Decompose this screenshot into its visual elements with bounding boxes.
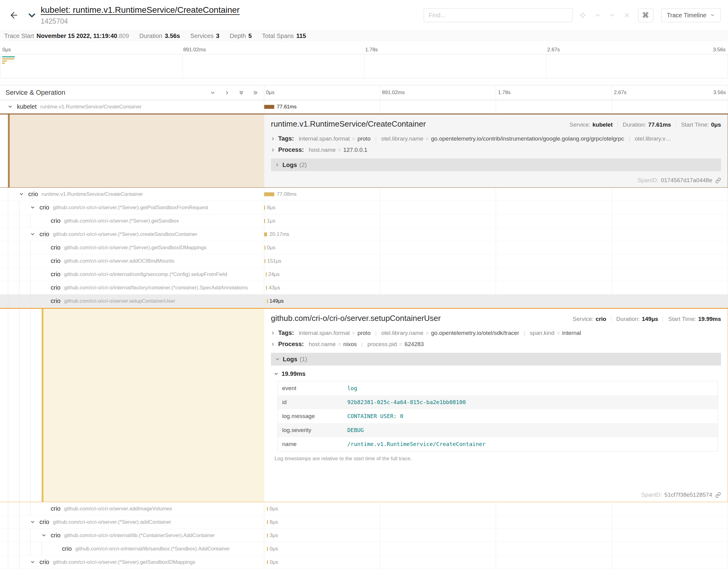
span-duration-bar[interactable] [264,219,265,223]
log-field-row: name/runtime.v1.RuntimeService/CreateCon… [278,437,718,451]
collapse-all-button[interactable] [238,90,244,96]
back-button[interactable] [7,8,21,22]
span-duration-bar[interactable] [267,507,268,511]
span-children-toggle[interactable] [8,100,17,113]
copy-link-button[interactable] [715,178,721,183]
span-row[interactable]: crioruntime.v1.RuntimeService/CreateCont… [0,188,728,201]
span-duration-label: 1μs [267,218,275,224]
chevron-right-icon [271,148,275,152]
span-duration-bar[interactable] [264,105,274,109]
find-input[interactable] [424,8,572,22]
tag-key: otel.library.name [381,330,423,336]
process-row[interactable]: Process:host.name=127.0.0.1 [271,146,721,153]
indent-guide [19,241,30,254]
span-name-column: criogithub.com/cri-o/cri-o/internal/fact… [0,281,264,294]
span-duration-label: 8μs [267,205,275,211]
span-row[interactable]: criogithub.com/cri-o/cri-o/server.(*Serv… [0,555,728,569]
trace-title-link[interactable]: kubelet: runtime.v1.RuntimeService/Creat… [41,5,240,15]
service-name: kubelet [17,103,37,110]
section-label: Tags: [278,135,294,142]
span-duration-bar[interactable] [265,259,265,263]
span-row[interactable]: criogithub.com/cri-o/cri-o/internal/fact… [0,281,728,295]
span-duration-bar[interactable] [267,520,268,524]
indent-guide [19,529,30,542]
span-timeline-cell: 43μs [264,281,728,294]
tag-value: nixos [343,341,357,348]
log-timestamp-toggle[interactable]: 19.99ms [274,370,721,377]
span-duration-label: 24μs [268,271,279,277]
minimap-tick: 0μs [2,47,11,53]
collapse-one-button[interactable] [210,90,216,96]
expand-one-button[interactable] [224,90,230,96]
divider [611,316,611,322]
span-row[interactable]: criogithub.com/cri-o/cri-o/internal/conf… [0,268,728,281]
span-duration-label: 151μs [267,258,282,264]
keyboard-shortcuts-button[interactable]: ⌘ [638,8,653,22]
span-row[interactable]: criogithub.com/cri-o/cri-o/server.setupC… [0,295,728,308]
trace-view-selector[interactable]: Trace Timeline [661,8,721,22]
span-children-toggle[interactable] [30,515,39,529]
clear-search-icon[interactable] [624,12,630,19]
span-children-toggle[interactable] [30,555,39,569]
span-row[interactable]: criogithub.com/cri-o/cri-o/server.addIma… [0,502,728,515]
span-name-column: criogithub.com/cri-o/cri-o/internal/lib.… [0,529,264,542]
service-name: crio [39,518,49,526]
copy-link-button[interactable] [715,492,721,498]
expand-all-button[interactable] [253,90,259,96]
span-row[interactable]: criogithub.com/cri-o/cri-o/server.(*Serv… [0,228,728,241]
divider: | [375,135,376,142]
span-children-toggle[interactable] [19,188,28,201]
logs-toggle[interactable]: Logs(2) [271,159,721,171]
tags-row[interactable]: Tags:internal.span.format=proto|otel.lib… [271,135,721,142]
collapse-trace-chevron[interactable] [27,11,36,20]
tag-key: host.name [309,341,336,348]
span-row[interactable]: criogithub.com/cri-o/cri-o/server.addOCI… [0,255,728,268]
span-timeline-cell: 0μs [264,555,728,569]
indent-guide [42,542,53,555]
span-row[interactable]: criogithub.com/cri-o/cri-o/server.(*Serv… [0,241,728,255]
tags-row[interactable]: Tags:internal.span.format=proto|otel.lib… [271,329,721,336]
span-duration-bar[interactable] [266,272,267,276]
span-duration-bar[interactable] [264,206,265,209]
span-row[interactable]: criogithub.com/cri-o/cri-o/server.(*Serv… [0,201,728,214]
link-icon [715,492,721,498]
span-duration-bar[interactable] [267,533,268,537]
process-row[interactable]: Process:host.name=nixos|process.pid=6242… [271,341,721,348]
prev-result-icon[interactable] [594,12,601,19]
logs-toggle[interactable]: Logs(1) [271,353,721,366]
span-children-toggle[interactable] [30,228,39,241]
indent-guide [8,214,19,227]
span-row[interactable]: criogithub.com/cri-o/cri-o/server.(*Serv… [0,214,728,228]
chevron-right-icon [271,342,275,346]
axis-tick: 1.78s [498,90,511,96]
equals-sign: = [352,330,355,336]
span-duration-bar[interactable] [267,547,268,551]
span-duration-bar[interactable] [267,560,268,564]
operation-name: github.com/cri-o/cri-o/internal/lib.(*Co… [64,533,215,539]
span-duration-bar[interactable] [264,232,267,236]
span-children-toggle[interactable] [30,201,39,214]
span-duration-bar[interactable] [265,246,265,249]
span-detail-color-block [0,309,264,502]
chevron-down-icon [275,357,280,362]
span-duration-label: 20.17ms [269,231,289,237]
span-duration-bar[interactable] [264,192,274,196]
span-row[interactable]: criogithub.com/cri-o/cri-o/server.(*Serv… [0,515,728,529]
minimap-tick: 2.67s [547,47,560,53]
span-duration-label: 3μs [270,533,278,539]
span-duration-bar[interactable] [266,286,267,290]
minimap-canvas[interactable] [0,54,728,78]
span-row[interactable]: kubeletruntime.v1.RuntimeService/CreateC… [0,100,728,113]
indent-guide [30,502,42,515]
indent-guide [19,268,30,281]
span-row[interactable]: criogithub.com/cri-o/cri-o/internal/lib/… [0,542,728,555]
span-row[interactable]: criogithub.com/cri-o/cri-o/internal/lib.… [0,529,728,542]
span-children-toggle [42,268,51,281]
span-duration-bar[interactable] [267,299,268,303]
span-children-toggle[interactable] [42,529,51,542]
divider: | [524,330,525,336]
next-result-icon[interactable] [609,12,616,19]
locate-icon[interactable] [579,11,587,19]
span-detail-panel: runtime.v1.RuntimeService/CreateContaine… [264,114,728,187]
span-id-value: 51cf7f38e5128574 [664,492,712,498]
